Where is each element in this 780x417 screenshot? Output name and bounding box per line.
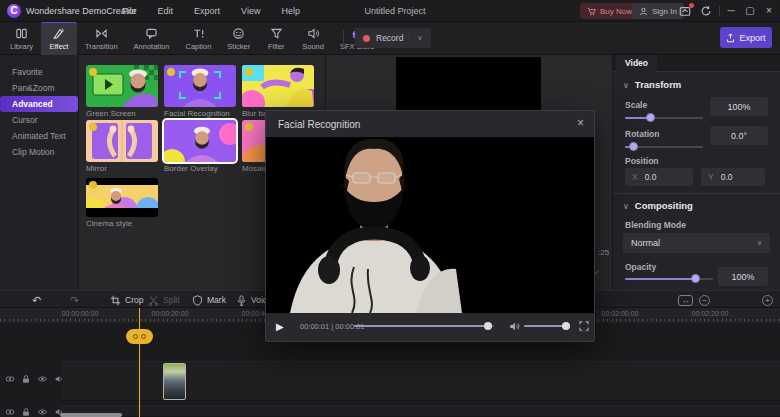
close-button[interactable]: ×: [760, 0, 778, 22]
zoom-out-button[interactable]: −: [699, 294, 710, 306]
split-scissors-icon: [148, 295, 159, 306]
sound-icon: [307, 27, 320, 40]
position-x-field[interactable]: X 0.0: [625, 168, 693, 186]
mark-shield-icon: [192, 295, 203, 306]
track-link-icon[interactable]: [5, 374, 15, 384]
menu-help[interactable]: Help: [281, 6, 300, 16]
sidebar-item-favorite[interactable]: Favorite: [0, 64, 78, 80]
blending-mode-dropdown[interactable]: Normal ∨: [623, 233, 770, 253]
position-y-field[interactable]: Y 0.0: [701, 168, 765, 186]
fullscreen-icon[interactable]: [579, 321, 589, 331]
ribbon: Library Effect Transition Annotation Cap…: [0, 22, 780, 55]
tab-sticker[interactable]: Sticker: [219, 22, 258, 55]
favorite-badge-icon: [245, 123, 253, 131]
playhead-handle[interactable]: [126, 329, 153, 344]
effect-label-mosaic: Mosaic: [242, 164, 267, 173]
timeline-clip[interactable]: [163, 363, 186, 400]
tab-filter[interactable]: Filter: [258, 22, 294, 55]
playhead-ring-icon: [141, 334, 146, 339]
record-chevron-icon[interactable]: ∨: [409, 34, 422, 42]
track-eye-icon[interactable]: [37, 407, 48, 417]
volume-icon[interactable]: [509, 321, 520, 332]
track-lock-icon[interactable]: [21, 374, 31, 384]
record-dot-icon: [363, 35, 370, 42]
scale-slider[interactable]: [625, 113, 703, 122]
export-up-icon: [726, 33, 735, 43]
tab-transition[interactable]: Transition: [77, 22, 126, 55]
sync-icon[interactable]: [700, 5, 713, 18]
rotation-label: Rotation: [625, 129, 659, 139]
record-button[interactable]: Record ∨: [355, 28, 431, 48]
maximize-button[interactable]: ▢: [741, 0, 759, 22]
split-button[interactable]: Split: [148, 291, 180, 309]
sidebar-item-advanced[interactable]: Advanced: [0, 96, 78, 112]
tab-caption[interactable]: Caption: [177, 22, 219, 55]
effect-card-green-screen[interactable]: [86, 65, 158, 107]
minimize-button[interactable]: ─: [722, 0, 740, 22]
crop-button[interactable]: Crop: [110, 291, 143, 309]
export-button[interactable]: Export: [720, 27, 772, 48]
title-bar: C Wondershare DemoCreator File Edit Expo…: [0, 0, 780, 22]
volume-slider[interactable]: [524, 322, 570, 330]
facial-recognition-dialog: Facial Recognition ×: [265, 110, 595, 342]
effect-card-facial-recognition[interactable]: [164, 65, 236, 107]
rotation-slider[interactable]: [625, 142, 703, 151]
share-feedback-icon[interactable]: [679, 5, 692, 18]
person-video-frame: [266, 137, 594, 313]
favorite-badge-icon: [245, 68, 253, 76]
tab-video-properties[interactable]: Video: [616, 55, 657, 72]
opacity-slider[interactable]: [625, 274, 713, 283]
track-eye-icon[interactable]: [37, 374, 48, 384]
favorite-badge-icon: [89, 68, 97, 76]
sidebar-item-pan-zoom[interactable]: Pan&Zoom: [0, 80, 78, 96]
timeline-horizontal-scrollbar[interactable]: [60, 413, 122, 417]
sidebar-item-animated-text[interactable]: Animated Text: [0, 128, 78, 144]
redo-button[interactable]: ↷: [70, 291, 79, 309]
notification-dot: [689, 3, 694, 8]
preview-duration-fragment: :25: [598, 248, 609, 257]
tab-sound[interactable]: Sound: [294, 22, 332, 55]
sidebar-item-cursor[interactable]: Cursor: [0, 112, 78, 128]
tab-effect[interactable]: Effect: [41, 22, 77, 55]
opacity-value[interactable]: 100%: [718, 267, 768, 286]
mark-button[interactable]: Mark: [192, 291, 226, 309]
compositing-section-header[interactable]: ∨Compositing: [623, 200, 693, 211]
seek-slider[interactable]: [354, 322, 494, 330]
sign-in-button[interactable]: Sign In: [632, 3, 684, 19]
effects-category-sidebar: Favorite Pan&Zoom Advanced Cursor Animat…: [0, 55, 78, 290]
effect-label-facial-recognition: Facial Recognition: [164, 109, 230, 118]
app-name: Wondershare DemoCreator: [26, 6, 136, 16]
buy-now-button[interactable]: Buy Now: [580, 3, 639, 19]
playhead-line[interactable]: [139, 308, 140, 417]
scale-value[interactable]: 100%: [710, 97, 768, 116]
dialog-close-icon[interactable]: ×: [577, 116, 584, 130]
menu-file[interactable]: File: [122, 6, 137, 16]
tab-library[interactable]: Library: [2, 22, 41, 55]
track-lock-icon[interactable]: [21, 407, 31, 417]
effect-card-cinema-style[interactable]: [86, 178, 158, 217]
effect-card-mirror[interactable]: [86, 120, 158, 162]
dialog-video-preview[interactable]: [266, 137, 594, 313]
effect-card-blur-background[interactable]: [242, 65, 314, 107]
favorite-badge-icon: [89, 181, 97, 189]
sticker-icon: [232, 27, 245, 40]
menu-export[interactable]: Export: [194, 6, 220, 16]
track-link-icon[interactable]: [5, 407, 15, 417]
effect-label-border-overlay: Border Overlay: [164, 164, 218, 173]
menu-edit[interactable]: Edit: [158, 6, 174, 16]
filter-icon: [270, 27, 283, 40]
audio-track-lane[interactable]: [62, 405, 780, 417]
tab-annotation[interactable]: Annotation: [126, 22, 178, 55]
play-icon[interactable]: ▶: [276, 321, 284, 332]
track-mute-icon[interactable]: [54, 374, 64, 384]
sidebar-item-clip-motion[interactable]: Clip Motion: [0, 144, 78, 160]
undo-button[interactable]: ↶: [32, 291, 41, 309]
ruler-label: 00:02:00:00: [602, 310, 639, 317]
transform-section-header[interactable]: ∨Transform: [623, 79, 681, 90]
zoom-in-button[interactable]: +: [762, 294, 773, 306]
menu-bar: File Edit Export View Help: [122, 6, 300, 16]
effect-card-border-overlay[interactable]: [164, 120, 236, 162]
menu-view[interactable]: View: [241, 6, 260, 16]
fit-timeline-button[interactable]: ↔: [678, 294, 693, 306]
rotation-value[interactable]: 0.0°: [710, 126, 768, 145]
